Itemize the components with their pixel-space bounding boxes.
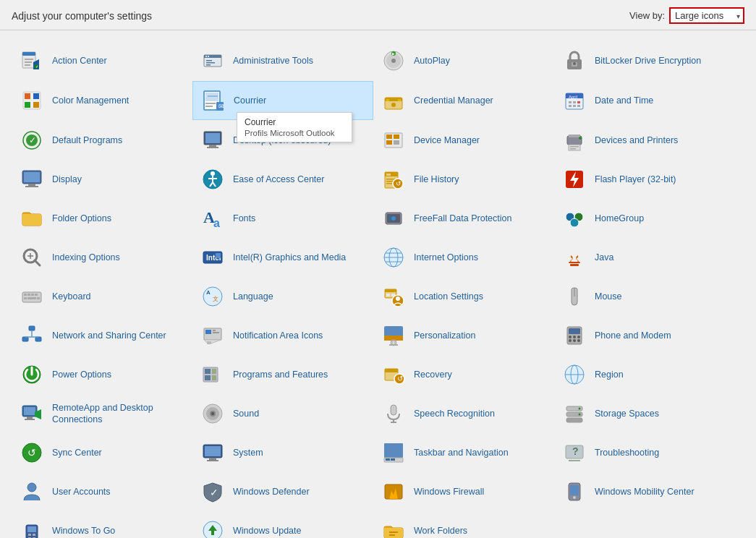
control-panel-item-phone-modem[interactable]: Phone and Modem bbox=[554, 317, 735, 354]
control-panel-item-autoplay[interactable]: ▶AutoPlay bbox=[373, 42, 554, 80]
recovery-label[interactable]: Recovery bbox=[414, 369, 452, 380]
credential-label[interactable]: Credential Manager bbox=[414, 95, 493, 106]
control-panel-item-intel-graphics[interactable]: IntelIntel(R) Graphics and Media bbox=[192, 239, 373, 276]
power-label[interactable]: Power Options bbox=[52, 369, 111, 380]
display-label[interactable]: Display bbox=[52, 174, 82, 185]
device-mgr-label[interactable]: Device Manager bbox=[414, 134, 480, 146]
control-panel-item-progs-features[interactable]: Programs and Features bbox=[192, 356, 373, 393]
control-panel-item-work-folders[interactable]: Work Folders bbox=[373, 512, 554, 538]
control-panel-item-win-firewall[interactable]: Windows Firewall bbox=[373, 473, 554, 511]
work-folders-label[interactable]: Work Folders bbox=[414, 525, 467, 537]
file-history-label[interactable]: File History bbox=[414, 174, 459, 185]
folder-opts-label[interactable]: Folder Options bbox=[52, 213, 111, 224]
control-panel-item-region[interactable]: Region bbox=[554, 356, 735, 393]
mouse-label[interactable]: Mouse bbox=[595, 291, 622, 302]
fonts-label[interactable]: Fonts bbox=[233, 213, 255, 224]
control-panel-item-folder-opts[interactable]: Folder Options bbox=[12, 200, 192, 237]
control-panel-item-desktop[interactable]: Desktop (icon obscured) bbox=[192, 121, 373, 159]
control-panel-item-ease-access[interactable]: Ease of Access Center bbox=[192, 161, 373, 198]
language-label[interactable]: Language bbox=[233, 291, 273, 302]
bitlocker-label[interactable]: BitLocker Drive Encryption bbox=[595, 55, 701, 67]
homegroup-label[interactable]: HomeGroup bbox=[595, 213, 644, 224]
view-select[interactable]: Large icons Small icons Category bbox=[671, 9, 743, 22]
autoplay-label[interactable]: AutoPlay bbox=[414, 55, 450, 67]
control-panel-item-keyboard[interactable]: Keyboard bbox=[12, 278, 192, 315]
control-panel-item-fonts[interactable]: AaFonts bbox=[192, 200, 373, 237]
user-accounts-label[interactable]: User Accounts bbox=[52, 486, 111, 498]
sync-label[interactable]: Sync Center bbox=[52, 447, 102, 458]
indexing-label[interactable]: Indexing Options bbox=[52, 252, 120, 263]
control-panel-item-storage[interactable]: Storage Spaces bbox=[554, 395, 735, 432]
control-panel-item-internet-opts[interactable]: Internet Options bbox=[373, 239, 554, 276]
desktop-label[interactable]: Desktop (icon obscured) bbox=[233, 134, 331, 146]
location-label[interactable]: Location Settings bbox=[414, 291, 483, 302]
phone-modem-label[interactable]: Phone and Modem bbox=[595, 330, 671, 341]
control-panel-item-indexing[interactable]: Indexing Options bbox=[12, 239, 192, 276]
control-panel-item-sync[interactable]: ↺Sync Center bbox=[12, 434, 192, 471]
control-panel-item-device-mgr[interactable]: Device Manager bbox=[373, 121, 554, 159]
win-firewall-label[interactable]: Windows Firewall bbox=[414, 486, 484, 498]
control-panel-item-admin-tools[interactable]: Administrative Tools bbox=[192, 42, 373, 80]
win-to-go-label[interactable]: Windows To Go bbox=[52, 525, 115, 537]
control-panel-item-flash[interactable]: Flash Player (32-bit) bbox=[554, 161, 735, 198]
win-update-label[interactable]: Windows Update bbox=[233, 525, 302, 537]
control-panel-item-action-center[interactable]: ✓Action Center bbox=[12, 42, 192, 80]
control-panel-item-speech[interactable]: Speech Recognition bbox=[373, 395, 554, 432]
progs-features-label[interactable]: Programs and Features bbox=[233, 369, 328, 380]
java-label[interactable]: Java bbox=[595, 252, 613, 263]
courrier-label[interactable]: Courrier bbox=[234, 95, 266, 106]
control-panel-item-courrier[interactable]: ✉CourrierCourrierProfils Microsoft Outlo… bbox=[192, 81, 373, 120]
control-panel-item-file-history[interactable]: ↺File History bbox=[373, 161, 554, 198]
control-panel-item-remoteapp[interactable]: RemoteApp and Desktop Connections bbox=[12, 395, 192, 432]
storage-label[interactable]: Storage Spaces bbox=[595, 408, 659, 419]
keyboard-label[interactable]: Keyboard bbox=[52, 291, 91, 302]
control-panel-item-java[interactable]: Java bbox=[554, 239, 735, 276]
default-progs-label[interactable]: Default Programs bbox=[52, 134, 122, 146]
speech-label[interactable]: Speech Recognition bbox=[414, 408, 495, 419]
control-panel-item-recovery[interactable]: ↺Recovery bbox=[373, 356, 554, 393]
date-time-label[interactable]: Date and Time bbox=[595, 95, 653, 106]
control-panel-item-personalization[interactable]: Personalization bbox=[373, 317, 554, 354]
personalization-label[interactable]: Personalization bbox=[414, 330, 475, 341]
control-panel-item-date-time[interactable]: AprilDate and Time bbox=[554, 81, 735, 120]
control-panel-item-win-to-go[interactable]: Windows To Go bbox=[12, 512, 192, 538]
control-panel-item-troubleshoot[interactable]: ?Troubleshooting bbox=[554, 434, 735, 471]
flash-label[interactable]: Flash Player (32-bit) bbox=[595, 174, 676, 185]
control-panel-item-bitlocker[interactable]: BitLocker Drive Encryption bbox=[554, 42, 735, 80]
remoteapp-label[interactable]: RemoteApp and Desktop Connections bbox=[52, 402, 185, 426]
control-panel-item-sound[interactable]: Sound bbox=[192, 395, 373, 432]
win-mobility-label[interactable]: Windows Mobility Center bbox=[595, 486, 695, 498]
view-select-wrapper[interactable]: Large icons Small icons Category ▾ bbox=[669, 7, 744, 24]
control-panel-item-credential[interactable]: Credential Manager bbox=[373, 81, 554, 120]
control-panel-item-network[interactable]: Network and Sharing Center bbox=[12, 317, 192, 354]
notif-label[interactable]: Notification Area Icons bbox=[233, 330, 323, 341]
control-panel-item-win-mobility[interactable]: Windows Mobility Center bbox=[554, 473, 735, 511]
action-center-label[interactable]: Action Center bbox=[52, 55, 107, 67]
color-mgmt-label[interactable]: Color Management bbox=[52, 95, 129, 106]
control-panel-item-power[interactable]: Power Options bbox=[12, 356, 192, 393]
region-label[interactable]: Region bbox=[595, 369, 624, 380]
taskbar-label[interactable]: Taskbar and Navigation bbox=[414, 447, 509, 458]
control-panel-item-system[interactable]: System bbox=[192, 434, 373, 471]
admin-tools-label[interactable]: Administrative Tools bbox=[233, 55, 313, 67]
control-panel-item-devices-printers[interactable]: Devices and Printers bbox=[554, 121, 735, 159]
control-panel-item-display[interactable]: Display bbox=[12, 161, 192, 198]
control-panel-item-color-mgmt[interactable]: Color Management bbox=[12, 81, 192, 120]
control-panel-item-taskbar[interactable]: Taskbar and Navigation bbox=[373, 434, 554, 471]
control-panel-item-win-update[interactable]: Windows Update bbox=[192, 512, 373, 538]
control-panel-item-language[interactable]: A文Language bbox=[192, 278, 373, 315]
ease-access-label[interactable]: Ease of Access Center bbox=[233, 174, 324, 185]
control-panel-item-default-progs[interactable]: ✓Default Programs bbox=[12, 121, 192, 159]
sound-label[interactable]: Sound bbox=[233, 408, 259, 419]
win-defender-label[interactable]: Windows Defender bbox=[233, 486, 310, 498]
control-panel-item-mouse[interactable]: Mouse bbox=[554, 278, 735, 315]
intel-graphics-label[interactable]: Intel(R) Graphics and Media bbox=[233, 252, 346, 263]
network-label[interactable]: Network and Sharing Center bbox=[52, 330, 166, 341]
control-panel-item-user-accounts[interactable]: User Accounts bbox=[12, 473, 192, 511]
system-label[interactable]: System bbox=[233, 447, 263, 458]
control-panel-item-notif[interactable]: Notification Area Icons bbox=[192, 317, 373, 354]
control-panel-item-location[interactable]: Location Settings bbox=[373, 278, 554, 315]
troubleshoot-label[interactable]: Troubleshooting bbox=[595, 447, 659, 458]
internet-opts-label[interactable]: Internet Options bbox=[414, 252, 478, 263]
control-panel-item-homegroup[interactable]: HomeGroup bbox=[554, 200, 735, 237]
